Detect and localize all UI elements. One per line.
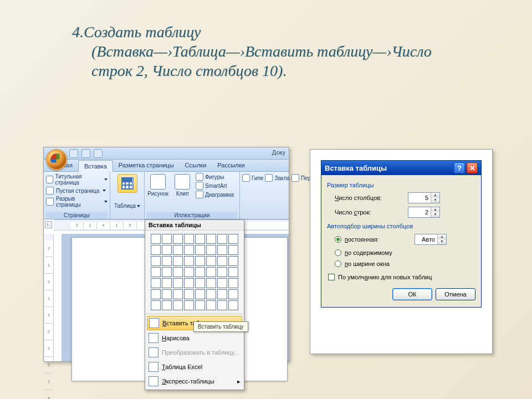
grid-cell[interactable] — [228, 278, 238, 288]
grid-cell[interactable] — [206, 245, 216, 255]
grid-cell[interactable] — [228, 234, 238, 244]
table-button[interactable] — [117, 174, 137, 193]
grid-cell[interactable] — [195, 267, 205, 277]
grid-cell[interactable] — [173, 245, 183, 255]
remember-checkbox-row[interactable]: По умолчанию для новых таблиц — [327, 269, 475, 283]
illus-item[interactable]: SmartArt — [196, 182, 237, 190]
grid-cell[interactable] — [151, 278, 161, 288]
grid-cell[interactable] — [217, 234, 227, 244]
grid-cell[interactable] — [184, 300, 194, 310]
tab-ссылки[interactable]: Ссылки — [180, 160, 212, 171]
grid-cell[interactable] — [184, 234, 194, 244]
grid-cell[interactable] — [206, 234, 216, 244]
grid-cell[interactable] — [151, 234, 161, 244]
links-item[interactable]: Гипе — [242, 173, 263, 182]
grid-cell[interactable] — [206, 289, 216, 299]
grid-cell[interactable] — [206, 278, 216, 288]
grid-cell[interactable] — [151, 256, 161, 266]
grid-cell[interactable] — [173, 289, 183, 299]
cancel-button[interactable]: Отмена — [436, 288, 475, 300]
grid-cell[interactable] — [162, 256, 172, 266]
grid-cell[interactable] — [228, 289, 238, 299]
grid-cell[interactable] — [184, 267, 194, 277]
grid-cell[interactable] — [195, 300, 205, 310]
grid-cell[interactable] — [228, 267, 238, 277]
spinner-down-icon[interactable]: ▼ — [431, 212, 439, 217]
pages-item[interactable]: Разрыв страницы — [46, 195, 108, 208]
illus-item[interactable]: Диаграмма — [196, 191, 237, 198]
grid-cell[interactable] — [162, 278, 172, 288]
clipart-button[interactable]: Клип — [171, 173, 193, 206]
grid-cell[interactable] — [228, 300, 238, 310]
spinner-up-icon[interactable]: ▲ — [438, 234, 446, 239]
input-columns-value[interactable] — [408, 194, 431, 202]
links-item[interactable]: Закла — [265, 173, 290, 182]
grid-cell[interactable] — [217, 300, 227, 310]
grid-cell[interactable] — [173, 300, 183, 310]
radio-button[interactable] — [335, 249, 341, 256]
grid-cell[interactable] — [173, 278, 183, 288]
pages-item[interactable]: Пустая страница — [46, 186, 108, 195]
remember-checkbox[interactable] — [328, 274, 335, 280]
input-fixed-width-value[interactable] — [415, 236, 437, 243]
radio-row[interactable]: по содержимому — [327, 247, 475, 258]
grid-cell[interactable] — [162, 267, 172, 277]
grid-cell[interactable] — [206, 256, 216, 266]
ok-button[interactable]: ОК — [392, 288, 432, 300]
tab-вставка[interactable]: Вставка — [78, 160, 113, 172]
grid-cell[interactable] — [173, 267, 183, 277]
grid-cell[interactable] — [162, 234, 172, 244]
radio-button[interactable] — [335, 260, 341, 267]
grid-cell[interactable] — [151, 245, 161, 255]
table-size-grid[interactable] — [151, 234, 238, 310]
menu-item[interactable]: Экспресс-таблицы▸ — [145, 374, 244, 388]
spinner-down-icon[interactable]: ▼ — [438, 239, 446, 244]
grid-cell[interactable] — [162, 245, 172, 255]
grid-cell[interactable] — [195, 234, 205, 244]
input-rows[interactable]: ▲▼ — [408, 207, 440, 218]
radio-row[interactable]: по ширине окна — [327, 258, 475, 269]
input-columns[interactable]: ▲▼ — [408, 192, 440, 203]
spinner-down-icon[interactable]: ▼ — [431, 198, 439, 203]
grid-cell[interactable] — [173, 234, 183, 244]
radio-button[interactable] — [335, 236, 341, 243]
menu-item[interactable]: Таблица Excel — [145, 360, 244, 374]
illus-item[interactable]: Фигуры — [196, 173, 237, 181]
grid-cell[interactable] — [228, 245, 238, 255]
help-button[interactable]: ? — [454, 162, 465, 173]
grid-cell[interactable] — [217, 267, 227, 277]
tab-рассылки[interactable]: Рассылки — [212, 160, 250, 171]
spinner-up-icon[interactable]: ▲ — [431, 207, 439, 212]
tab-разметка страницы[interactable]: Разметка страницы — [113, 160, 180, 171]
grid-cell[interactable] — [184, 289, 194, 299]
grid-cell[interactable] — [217, 256, 227, 266]
grid-cell[interactable] — [217, 289, 227, 299]
grid-cell[interactable] — [195, 245, 205, 255]
qat-redo-icon[interactable] — [94, 149, 103, 158]
pages-item[interactable]: Титульная страница — [46, 173, 108, 186]
spinner-rows[interactable]: ▲▼ — [431, 207, 439, 217]
menu-item[interactable]: Нарисова — [145, 331, 244, 345]
picture-button[interactable]: Рисунок — [147, 173, 169, 206]
office-button[interactable] — [46, 149, 67, 170]
radio-row[interactable]: постоянная:▲▼ — [327, 232, 475, 247]
grid-cell[interactable] — [151, 267, 161, 277]
spinner-columns[interactable]: ▲▼ — [431, 193, 439, 203]
qat-undo-icon[interactable] — [81, 149, 90, 158]
grid-cell[interactable] — [184, 256, 194, 266]
grid-cell[interactable] — [151, 300, 161, 310]
grid-cell[interactable] — [162, 300, 172, 310]
grid-cell[interactable] — [184, 278, 194, 288]
grid-cell[interactable] — [162, 289, 172, 299]
grid-cell[interactable] — [195, 289, 205, 299]
grid-cell[interactable] — [195, 278, 205, 288]
input-fixed-width[interactable]: ▲▼ — [415, 234, 447, 245]
spinner-up-icon[interactable]: ▲ — [431, 193, 439, 198]
grid-cell[interactable] — [217, 245, 227, 255]
grid-cell[interactable] — [184, 245, 194, 255]
input-rows-value[interactable] — [408, 208, 431, 216]
spinner[interactable]: ▲▼ — [437, 234, 446, 244]
grid-cell[interactable] — [228, 256, 238, 266]
grid-cell[interactable] — [206, 267, 216, 277]
grid-cell[interactable] — [173, 256, 183, 266]
